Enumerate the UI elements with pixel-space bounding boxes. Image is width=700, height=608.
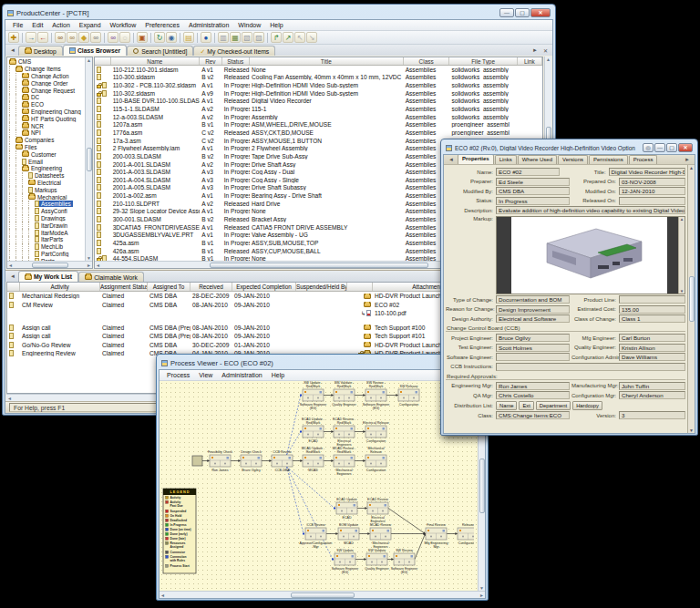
- column-header-rev[interactable]: Rev: [200, 57, 221, 65]
- tree-item-email[interactable]: Email: [9, 158, 85, 165]
- table-row[interactable]: 115-1-1.SLDASMA v2In Progress115-1Assemb…: [95, 105, 542, 113]
- eco-tab-properties[interactable]: Properties: [458, 154, 494, 164]
- tree-vertical-scrollbar[interactable]: ▲▼: [85, 57, 92, 261]
- process-node-mcad-review[interactable]: MCAD ReviewMechanicalEngineers: [370, 523, 392, 550]
- field-value[interactable]: 3: [619, 411, 685, 419]
- eco-tab-scroll-left-icon[interactable]: ◄: [446, 157, 457, 162]
- tab-my-checked-out-items[interactable]: ✓My Checked-out Items: [193, 46, 275, 56]
- eco-tab-links[interactable]: Links: [495, 155, 517, 164]
- field-value[interactable]: Digital Video Recorder High-Definition V…: [609, 168, 685, 176]
- process-node-mcad-review-red-mark[interactable]: MCAD Review -Red/MarkMechanicalEngineers: [333, 447, 356, 477]
- tab-my-work-list[interactable]: My Work List: [18, 271, 78, 282]
- tree-item-itarmodea[interactable]: ItarModeA: [9, 229, 85, 236]
- tree-item-drawings[interactable]: Drawings: [9, 215, 85, 222]
- workflow-route-icon[interactable]: ↗: [283, 32, 293, 43]
- worklist-header-expected-completion[interactable]: Expected Completion: [232, 283, 296, 291]
- refresh-icon[interactable]: ↻: [154, 32, 165, 43]
- process-node-ecad-review-red-mark[interactable]: ECAD Review -Red/MarkElectricalEngineers: [333, 417, 356, 448]
- process-node-sw-update-red-mark[interactable]: SW Update -Red/MarkSoftware Engineer(EG): [300, 381, 327, 410]
- field-value[interactable]: 135.00: [619, 305, 685, 314]
- relations-icon[interactable]: ∞: [108, 32, 118, 43]
- field-value[interactable]: Dave Williams: [619, 353, 685, 361]
- distribution-ext-button[interactable]: Ext: [519, 401, 533, 410]
- check-out-icon[interactable]: ←: [37, 32, 48, 43]
- copy-icon[interactable]: ▧: [242, 32, 252, 43]
- tab-close-icon[interactable]: ✕: [540, 47, 551, 54]
- process-node-ccb-review[interactable]: CCB ReviewApprove/ConfigurationMgr: [300, 523, 333, 550]
- tree-item-mechlib[interactable]: MechLib: [9, 243, 85, 251]
- worklist-header-assigned-to[interactable]: Assigned To: [148, 283, 190, 291]
- tree-item-dc[interactable]: DC: [9, 94, 85, 101]
- tab-claimable-work[interactable]: Claimable Work: [78, 272, 144, 282]
- table-row[interactable]: 12-a-003.SLDASMA v2In ProgressAssemblyAs…: [95, 113, 542, 121]
- table-row[interactable]: 110-212.110-201.sldasmA v1ReleasedNoneAs…: [95, 66, 542, 74]
- worklist-header-assignment-status[interactable]: Assignment Status: [100, 283, 148, 291]
- field-value[interactable]: ECO #02: [496, 168, 560, 176]
- tree-item-mechanical[interactable]: Mechanical: [9, 193, 85, 201]
- tree-item-files[interactable]: Files: [9, 144, 85, 151]
- eco-tab-where-used[interactable]: Where Used: [518, 155, 557, 164]
- field-value[interactable]: [619, 197, 685, 205]
- markup-viewer[interactable]: ▲▼: [496, 216, 685, 294]
- process-canvas[interactable]: SW Update -Red/MarkSoftware Engineer(EG)…: [160, 381, 478, 591]
- menu-edit[interactable]: Edit: [28, 21, 46, 29]
- column-header-file-type[interactable]: File Type: [449, 57, 517, 65]
- note-icon[interactable]: ▤: [183, 32, 194, 43]
- field-value[interactable]: Ron James: [496, 382, 570, 390]
- report-icon[interactable]: ▥: [218, 32, 229, 43]
- process-node-mechanical-release[interactable]: MechanicalReleaseConfiguration: [365, 447, 386, 473]
- tree-item-change-request[interactable]: Change Request: [9, 87, 85, 94]
- menu-workflow[interactable]: Workflow: [107, 21, 140, 29]
- tree-item-datasheets[interactable]: Datasheets: [9, 172, 85, 180]
- field-value[interactable]: Kristin Allison: [619, 344, 685, 352]
- distribution-hardcopy-button[interactable]: Hardcopy: [572, 401, 602, 410]
- menu-file[interactable]: File: [9, 21, 26, 29]
- field-value[interactable]: Chris Costello: [496, 391, 570, 399]
- new-item-icon[interactable]: ✚: [8, 32, 19, 43]
- move-link-icon[interactable]: ∞: [90, 32, 101, 43]
- process-node-sw-validate[interactable]: SW ValidateQuality Engineer: [365, 549, 389, 572]
- tree-item-markups[interactable]: Markups: [9, 186, 85, 193]
- field-value[interactable]: [619, 295, 685, 304]
- table-row[interactable]: 110-302.sldasmA v9In ProgressHigh-Defini…: [95, 89, 542, 98]
- column-header-status[interactable]: Status: [222, 57, 250, 65]
- process-node-sw-review-red-mark[interactable]: SW Review -Red/MarkSoftware Engineer(EG): [363, 381, 390, 410]
- worklist-header-suspended-held-by[interactable]: Suspended/Held By: [296, 283, 347, 291]
- tree-item-itarparts[interactable]: ItarParts: [9, 236, 85, 243]
- close-button[interactable]: ✕: [530, 8, 551, 17]
- column-header-class[interactable]: Class: [404, 57, 450, 65]
- worklist-header-activity[interactable]: Activity: [20, 283, 100, 291]
- tree-item-electrical[interactable]: Electrical: [9, 180, 85, 187]
- tree-item-change-action[interactable]: Change Action: [9, 73, 85, 80]
- menu-action[interactable]: Action: [48, 21, 73, 29]
- process-node-sw-release[interactable]: SW ReleaseConfiguration: [398, 385, 419, 407]
- field-value[interactable]: [496, 363, 685, 371]
- tree-item-customer[interactable]: Customer: [9, 150, 85, 158]
- field-value[interactable]: CMS:Change Items:ECO: [496, 411, 570, 419]
- tab-search-untitled-[interactable]: Search [Untitled]: [127, 46, 193, 56]
- bundle-icon[interactable]: ◆: [78, 32, 89, 43]
- field-value[interactable]: Documentation and BOM: [496, 295, 570, 304]
- eco-tab-permissions[interactable]: Permissions: [589, 155, 628, 164]
- workflow-end-icon[interactable]: ↘: [306, 32, 317, 43]
- history-icon[interactable]: ▨: [253, 32, 264, 43]
- tree-item-cms[interactable]: CMS: [9, 58, 85, 66]
- worklist-scroll-left-icon[interactable]: ◄: [7, 273, 18, 279]
- tab-scroll-right-icon[interactable]: ►: [530, 47, 540, 53]
- field-value[interactable]: Evaluate addition of high-definition vid…: [496, 206, 685, 214]
- menu-window[interactable]: Window: [234, 21, 264, 29]
- tree-item-assyconfi[interactable]: AssyConfi: [9, 208, 85, 215]
- tree-item-itardrawin[interactable]: ItarDrawin: [9, 222, 85, 229]
- field-value[interactable]: Carl Burton: [619, 334, 685, 342]
- eco-minimize-button[interactable]: —: [654, 143, 665, 152]
- field-value[interactable]: John Tuffin: [619, 382, 685, 390]
- column-header-title[interactable]: Title: [250, 57, 404, 65]
- tree-item-assemblies[interactable]: Assemblies: [9, 201, 85, 208]
- process-node-release[interactable]: ReleaseConfiguration: [458, 523, 474, 546]
- eco-maximize-button[interactable]: ▢: [666, 143, 677, 152]
- process-node-design-check[interactable]: Design CheckBruce Ogilvy: [241, 450, 262, 473]
- process-node-bom-update[interactable]: BOM UpdateMCAD: [338, 523, 359, 546]
- eco-tab-process[interactable]: Process: [629, 155, 658, 164]
- field-value[interactable]: Class 1: [619, 314, 685, 323]
- eco-tab-scroll-right-icon[interactable]: ►: [682, 157, 693, 162]
